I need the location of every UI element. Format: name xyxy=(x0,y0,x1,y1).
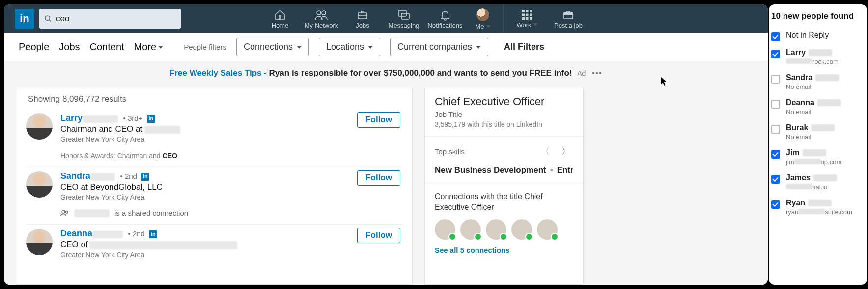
not-in-reply-row: Not in Reply xyxy=(771,27,865,45)
filter-locations[interactable]: Locations xyxy=(319,38,380,56)
nav-messaging[interactable]: Messaging xyxy=(383,4,424,33)
checkbox-person[interactable] xyxy=(771,75,780,84)
pill-label: Current companies xyxy=(397,42,472,52)
people-icon xyxy=(60,210,69,217)
filter-companies[interactable]: Current companies xyxy=(390,38,488,56)
filter-bar: People Jobs Content More People filters … xyxy=(4,33,768,61)
svg-rect-19 xyxy=(564,13,573,15)
skills-prev-icon[interactable]: 〈 xyxy=(538,144,553,158)
nav-label: My Network xyxy=(305,22,338,29)
skill-item: New Business Development xyxy=(435,165,546,174)
checkbox-person[interactable] xyxy=(771,100,780,109)
follow-button[interactable]: Follow xyxy=(357,170,400,186)
sidebar-person-row: Jimjimup.com xyxy=(771,145,865,171)
profile-photo[interactable] xyxy=(26,171,53,198)
person-name: Burak xyxy=(786,123,865,132)
redacted xyxy=(809,49,832,56)
svg-point-4 xyxy=(322,11,326,15)
post-job-icon xyxy=(562,9,575,21)
job-title-stat: 3,595,179 with this title on LinkedIn xyxy=(435,120,573,128)
connection-degree: • 2nd xyxy=(128,230,144,238)
job-title-subtitle: Job Title xyxy=(435,110,573,118)
checkbox-not-in-reply[interactable] xyxy=(771,32,780,41)
search-box[interactable] xyxy=(39,9,181,29)
profile-photo[interactable] xyxy=(26,113,53,140)
ad-menu-icon[interactable]: ••• xyxy=(592,68,602,78)
svg-rect-10 xyxy=(526,10,529,12)
skills-next-icon[interactable]: 〉 xyxy=(559,144,573,158)
svg-rect-2 xyxy=(279,16,281,19)
skill-item: Entrepreneurship xyxy=(557,165,573,174)
extension-panel: 10 new people found Not in Reply Larryro… xyxy=(769,4,867,285)
chevron-down-icon xyxy=(476,46,481,49)
nav-me[interactable]: Me xyxy=(466,4,500,33)
connection-avatar[interactable] xyxy=(435,219,455,240)
person-email: ryansuite.com xyxy=(786,208,865,216)
person-name: James xyxy=(786,173,865,182)
nav-notifications[interactable]: Notifications xyxy=(424,4,466,33)
checkbox-person[interactable] xyxy=(771,200,780,209)
shared-connection-text: is a shared connection xyxy=(114,209,188,217)
linkedin-badge-icon: in xyxy=(141,173,149,181)
nav-label: Messaging xyxy=(389,22,420,29)
all-filters-button[interactable]: All Filters xyxy=(504,42,544,52)
honors-bold: CEO xyxy=(163,152,177,160)
svg-line-1 xyxy=(49,20,51,21)
pill-label: Connections xyxy=(244,42,293,52)
connection-avatar[interactable] xyxy=(486,219,506,240)
search-input[interactable] xyxy=(56,14,176,24)
tab-content[interactable]: Content xyxy=(90,41,124,53)
tab-more[interactable]: More xyxy=(134,41,164,53)
result-item: Larry • 3rd+ in Chairman and CEO at Grea… xyxy=(26,109,402,167)
checkbox-person[interactable] xyxy=(771,150,780,159)
connection-avatar[interactable] xyxy=(460,219,481,240)
pill-label: Locations xyxy=(326,42,364,52)
top-nav: in Home My Network Jobs Messaging xyxy=(4,4,768,33)
person-name: Jim xyxy=(786,148,865,157)
person-name: Larry xyxy=(786,48,865,57)
person-email: No email xyxy=(786,83,865,90)
result-name-link[interactable]: Sandra xyxy=(60,171,90,181)
results-count: Showing 8,096,772 results xyxy=(26,94,402,104)
filter-connections[interactable]: Connections xyxy=(236,38,309,56)
ad-label: Ad xyxy=(577,69,586,77)
redacted xyxy=(83,115,118,123)
result-location: Greater New York City Area xyxy=(60,135,402,143)
redacted xyxy=(808,200,832,206)
nav-jobs[interactable]: Jobs xyxy=(342,4,383,33)
profile-photo[interactable] xyxy=(26,229,53,255)
top-skills-label: Top skills xyxy=(435,147,532,156)
result-headline: CEO at BeyondGlobal, LLC xyxy=(60,182,402,192)
result-name-link[interactable]: Deanna xyxy=(60,229,92,238)
connection-avatar[interactable] xyxy=(511,219,532,240)
svg-point-0 xyxy=(45,16,50,20)
checkbox-person[interactable] xyxy=(771,125,780,134)
result-headline: CEO of xyxy=(60,240,88,249)
see-all-link[interactable]: See all 5 connections xyxy=(435,246,573,254)
checkbox-person[interactable] xyxy=(771,50,780,58)
follow-button[interactable]: Follow xyxy=(357,228,400,243)
follow-button[interactable]: Follow xyxy=(357,112,400,128)
nav-home[interactable]: Home xyxy=(259,4,301,33)
person-name: Ryan xyxy=(786,199,865,207)
redacted xyxy=(786,184,812,189)
tab-people[interactable]: People xyxy=(19,41,49,53)
ad-text: Ryan is responsible for over $750,000,00… xyxy=(267,68,572,78)
chevron-down-icon xyxy=(297,46,302,49)
ad-link[interactable]: Free Weekly Sales Tips - xyxy=(169,68,267,78)
linkedin-badge-icon: in xyxy=(147,115,155,123)
nav-post-job[interactable]: Post a job xyxy=(548,4,589,33)
nav-work[interactable]: Work xyxy=(506,4,548,33)
bell-icon xyxy=(439,9,451,21)
nav-label: Work xyxy=(516,21,531,29)
tab-jobs[interactable]: Jobs xyxy=(59,41,80,53)
messaging-icon xyxy=(397,9,410,21)
connection-avatar[interactable] xyxy=(537,219,558,240)
nav-network[interactable]: My Network xyxy=(301,4,342,33)
chevron-down-icon xyxy=(533,23,538,26)
redacted xyxy=(798,209,825,214)
checkbox-person[interactable] xyxy=(771,175,780,184)
linkedin-logo[interactable]: in xyxy=(15,9,34,29)
person-name: Deanna xyxy=(786,98,865,107)
result-name-link[interactable]: Larry xyxy=(60,113,83,123)
